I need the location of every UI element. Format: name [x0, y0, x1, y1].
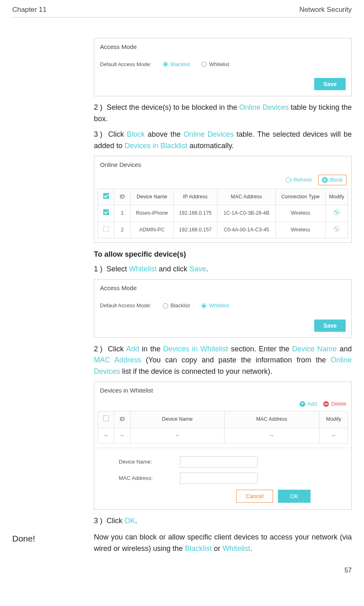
access-mode-panel-blacklist: Access Mode Default Access Mode: Blackli… — [94, 38, 352, 96]
radio-blacklist[interactable]: Blacklist — [163, 61, 190, 68]
page-number: 57 — [12, 566, 352, 575]
col-modify: Modify — [320, 411, 348, 428]
device-name-input[interactable] — [180, 456, 257, 468]
page-header: Chapter 11 Network Security — [12, 5, 352, 18]
col-modify: Modify — [326, 189, 348, 205]
online-devices-table: ID Device Name IP Address MAC Address Co… — [98, 189, 348, 239]
add-device-form: Device Name: MAC Address: Cancel OK — [94, 448, 351, 509]
mac-address-label: MAC Address: — [119, 475, 180, 482]
radio-icon — [163, 303, 168, 309]
radio-icon — [163, 62, 168, 67]
table-row: 1 Roses-iPhone 192.168.0.175 1C-1A-C0-3B… — [98, 205, 348, 222]
step-1-allow: 1 ) Select Whitelist and click Save. — [94, 264, 352, 275]
radio-whitelist[interactable]: Whitelist — [201, 61, 229, 68]
radio-icon — [201, 303, 206, 309]
panel-title: Access Mode — [94, 38, 351, 53]
step-3-allow: 3 ) Click OK. — [94, 515, 352, 527]
col-ip: IP Address — [173, 189, 217, 205]
panel-title: Access Mode — [94, 280, 351, 295]
refresh-icon — [286, 177, 291, 183]
page-title: Network Security — [300, 5, 352, 15]
col-devicename: Device Name — [131, 411, 224, 428]
mac-address-input[interactable] — [180, 473, 257, 484]
radio-blacklist[interactable]: Blacklist — [163, 302, 190, 309]
col-id: ID — [114, 411, 131, 428]
done-text: Now you can block or allow specific clie… — [94, 532, 352, 555]
block-button[interactable]: Block — [318, 175, 346, 185]
row-checkbox[interactable] — [103, 209, 109, 215]
devices-in-whitelist-panel: Devices in Whitelist Add Delete ID Devic… — [94, 382, 352, 510]
default-mode-label: Default Access Mode: — [100, 302, 151, 309]
access-mode-panel-whitelist: Access Mode Default Access Mode: Blackli… — [94, 279, 352, 337]
col-conn: Connection Type — [275, 189, 325, 205]
select-all-checkbox[interactable] — [103, 193, 109, 199]
step-3-block: 3 ) Click Block above the Online Devices… — [94, 129, 352, 152]
radio-whitelist-label: Whitelist — [209, 302, 229, 309]
select-all-checkbox[interactable] — [103, 415, 109, 421]
radio-whitelist-label: Whitelist — [209, 61, 229, 68]
radio-blacklist-label: Blacklist — [171, 302, 190, 309]
online-devices-panel: Online Devices Refresh Block ID Device N… — [94, 156, 352, 243]
radio-icon — [201, 62, 206, 67]
delete-button[interactable]: Delete — [323, 400, 346, 408]
add-button[interactable]: Add — [300, 400, 317, 408]
save-button[interactable]: Save — [314, 78, 346, 90]
done-label: Done! — [12, 532, 94, 555]
step-2-block: 2 ) Select the device(s) to be blocked i… — [94, 102, 352, 125]
allow-heading: To allow specific device(s) — [94, 249, 352, 260]
col-mac: MAC Address — [224, 411, 319, 428]
table-row: 2 ADMIN-PC 192.168.0.157 C0-4A-00-1A-C3-… — [98, 222, 348, 238]
step-2-allow: 2 ) Click Add in the Devices in Whitelis… — [94, 344, 352, 378]
chapter-label: Chapter 11 — [12, 5, 47, 15]
cancel-button[interactable]: Cancel — [236, 490, 273, 503]
col-devicename: Device Name — [131, 189, 174, 205]
radio-whitelist[interactable]: Whitelist — [201, 302, 229, 309]
row-checkbox[interactable] — [103, 226, 109, 232]
device-name-label: Device Name: — [119, 458, 180, 466]
ok-button[interactable]: OK — [278, 490, 311, 503]
save-button[interactable]: Save — [314, 320, 346, 332]
col-mac: MAC Address — [217, 189, 275, 205]
default-mode-label: Default Access Mode: — [100, 61, 151, 68]
refresh-button[interactable]: Refresh — [286, 176, 312, 184]
add-icon — [300, 401, 305, 407]
delete-icon — [323, 401, 329, 407]
block-icon — [322, 177, 328, 183]
col-id: ID — [114, 189, 131, 205]
whitelist-table: ID Device Name MAC Address Modify -- -- … — [98, 411, 348, 444]
panel-title: Online Devices — [94, 156, 351, 171]
radio-blacklist-label: Blacklist — [171, 61, 190, 68]
panel-title: Devices in Whitelist — [94, 382, 351, 397]
modify-block-icon[interactable] — [334, 209, 340, 215]
table-row: -- -- -- -- -- — [98, 428, 348, 444]
modify-block-icon[interactable] — [334, 226, 340, 232]
